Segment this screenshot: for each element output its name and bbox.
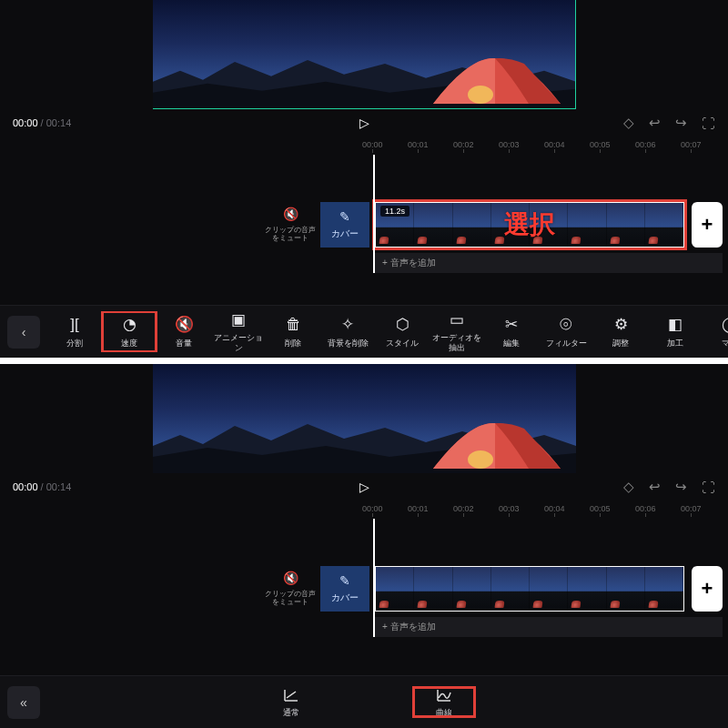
tool-label: 速度 — [121, 339, 137, 348]
ruler-tick: 00:02 — [453, 504, 474, 517]
ruler-tick: 00:03 — [499, 504, 520, 517]
add-clip-button[interactable]: + — [692, 202, 723, 248]
ruler-tick: 00:06 — [635, 504, 656, 517]
time-duration: 00:14 — [46, 117, 72, 128]
tool-items: ][分割◔速度🔇音量▣アニメーション🗑削除✧背景を削除⬡スタイル▭オーディオを抽… — [47, 311, 728, 352]
cover-button[interactable]: ✎ カバー — [320, 202, 369, 248]
ruler-tick: 00:04 — [544, 504, 565, 517]
redo-button[interactable]: ↪ — [675, 479, 687, 495]
edit-toolbar: ‹ ][分割◔速度🔇音量▣アニメーション🗑削除✧背景を削除⬡スタイル▭オーディオ… — [0, 305, 728, 358]
playhead[interactable] — [373, 155, 375, 273]
style-icon: ⬡ — [396, 316, 410, 334]
svg-point-0 — [468, 86, 493, 104]
tool-delete[interactable]: 🗑削除 — [266, 311, 320, 352]
eraser-icon[interactable]: ◇ — [623, 115, 634, 131]
tool-adjust[interactable]: ⚙調整 — [593, 311, 648, 352]
tool-label: オーディオを抽出 — [430, 333, 484, 352]
tool-label: フィルター — [546, 339, 587, 348]
tool-bgremove[interactable]: ✧背景を削除 — [320, 311, 375, 352]
edit-icon: ✂ — [505, 316, 518, 334]
mute-clip-button[interactable]: 🔇 クリップの音声をミュート — [262, 566, 318, 612]
speed-options: 通常曲線 — [47, 687, 688, 717]
tool-volume[interactable]: 🔇音量 — [157, 311, 211, 352]
play-button[interactable]: ▷ — [359, 480, 369, 494]
tool-effect[interactable]: ◧加工 — [648, 311, 703, 352]
ruler-tick: 00:02 — [453, 140, 474, 153]
video-clip[interactable] — [375, 566, 684, 612]
tool-label: アニメーション — [211, 333, 266, 352]
ruler-tick: 00:04 — [544, 140, 565, 153]
redo-button[interactable]: ↪ — [675, 115, 687, 131]
ruler-tick: 00:01 — [408, 504, 429, 517]
video-clip-selected[interactable]: 11.2s 選択 — [375, 202, 684, 248]
tool-label: 加工 — [667, 339, 683, 348]
tool-style[interactable]: ⬡スタイル — [375, 311, 430, 352]
pencil-icon: ✎ — [339, 573, 350, 588]
tool-extract[interactable]: ▭オーディオを抽出 — [430, 311, 484, 352]
preview-frame — [153, 364, 576, 473]
mute-icon: 🔇 — [283, 571, 298, 586]
cover-button[interactable]: ✎ カバー — [320, 566, 369, 612]
fullscreen-button[interactable]: ⛶ — [702, 116, 715, 131]
timeline-ruler[interactable]: 00:0000:0100:0200:0300:0400:0500:0600:07 — [0, 138, 728, 155]
tool-label: 編集 — [503, 339, 520, 348]
mute-icon: 🔇 — [283, 207, 298, 222]
ruler-tick: 00:05 — [590, 140, 611, 153]
time-display: 00:00 / 00:14 — [13, 117, 71, 128]
ruler-tick: 00:00 — [362, 140, 383, 153]
curve-icon — [436, 687, 452, 703]
ruler-tick: 00:05 — [590, 504, 611, 517]
selection-annotation: 選択 — [504, 207, 555, 242]
volume-icon: 🔇 — [175, 316, 194, 334]
tool-split[interactable]: ][分割 — [47, 311, 102, 352]
undo-button[interactable]: ↩ — [649, 115, 661, 131]
undo-button[interactable]: ↩ — [649, 479, 661, 495]
ruler-tick: 00:01 — [408, 140, 429, 153]
bgremove-icon: ✧ — [341, 316, 354, 334]
transport-bar: 00:00 / 00:14 ▷ ◇ ↩ ↪ ⛶ — [0, 471, 728, 502]
add-audio-row[interactable]: + 音声を追加 — [375, 253, 723, 273]
tool-label: マス — [722, 339, 728, 348]
add-audio-row[interactable]: + 音声を追加 — [375, 617, 723, 637]
back-button[interactable]: « — [7, 686, 40, 719]
tool-anim[interactable]: ▣アニメーション — [211, 311, 266, 352]
tent-graphic — [424, 421, 565, 471]
tool-filter[interactable]: ⦾フィルター — [539, 311, 593, 352]
back-button[interactable]: ‹ — [7, 316, 40, 349]
video-preview — [0, 0, 728, 107]
ruler-tick: 00:07 — [681, 140, 702, 153]
tool-mask[interactable]: ◯マス — [703, 311, 728, 352]
timeline[interactable]: 🔇 クリップの音声をミュート ✎ カバー 11.2s 選択 + + 音声を追加 — [0, 155, 728, 273]
playhead[interactable] — [373, 519, 375, 637]
tent-graphic — [424, 56, 565, 106]
eraser-icon[interactable]: ◇ — [623, 479, 634, 495]
effect-icon: ◧ — [668, 316, 682, 334]
mask-icon: ◯ — [722, 316, 729, 334]
add-clip-button[interactable]: + — [692, 566, 723, 612]
timeline[interactable]: 🔇 クリップの音声をミュート ✎ カバー + + 音声を追加 — [0, 519, 728, 637]
time-display: 00:00 / 00:14 — [13, 481, 71, 492]
ruler-tick: 00:00 — [362, 504, 383, 517]
tool-edit[interactable]: ✂編集 — [484, 311, 539, 352]
speed-curve[interactable]: 曲線 — [413, 687, 475, 717]
preview-frame — [153, 0, 576, 109]
speed-normal[interactable]: 通常 — [260, 687, 322, 717]
tool-label: 分割 — [66, 339, 83, 348]
tool-label: 音量 — [176, 339, 192, 348]
filter-icon: ⦾ — [560, 316, 572, 334]
timeline-ruler[interactable]: 00:0000:0100:0200:0300:0400:0500:0600:07 — [0, 502, 728, 519]
mute-clip-button[interactable]: 🔇 クリップの音声をミュート — [262, 202, 318, 248]
clip-duration-badge: 11.2s — [380, 206, 410, 217]
fullscreen-button[interactable]: ⛶ — [702, 480, 715, 495]
ruler-tick: 00:03 — [499, 140, 520, 153]
transport-bar: 00:00 / 00:14 ▷ ◇ ↩ ↪ ⛶ — [0, 107, 728, 138]
tool-speed[interactable]: ◔速度 — [102, 311, 157, 352]
delete-icon: 🗑 — [286, 316, 301, 334]
pencil-icon: ✎ — [339, 209, 350, 224]
tool-label: 削除 — [285, 339, 301, 348]
tool-label: 曲線 — [436, 708, 452, 717]
tool-label: 背景を削除 — [328, 339, 369, 348]
play-button[interactable]: ▷ — [359, 116, 369, 130]
time-current: 00:00 — [13, 117, 38, 128]
adjust-icon: ⚙ — [614, 316, 628, 334]
